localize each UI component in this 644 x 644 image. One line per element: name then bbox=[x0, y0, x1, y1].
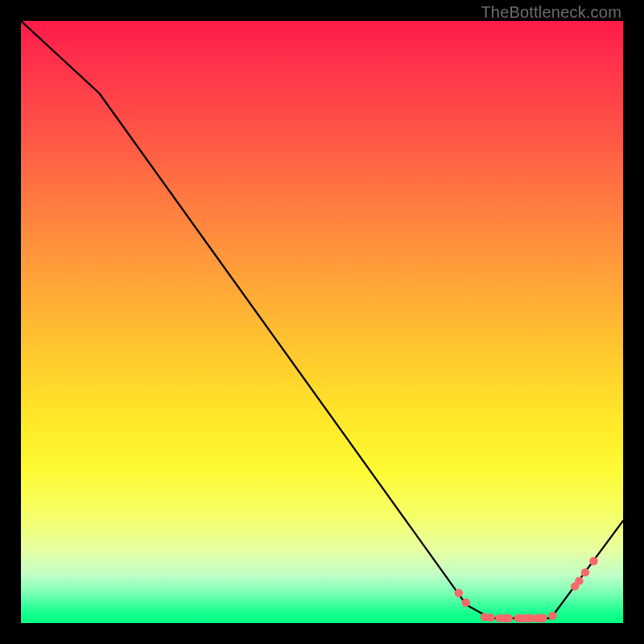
plot-area bbox=[21, 21, 623, 623]
chart-svg bbox=[21, 21, 623, 623]
marker-dot bbox=[548, 612, 556, 620]
marker-dot bbox=[462, 598, 470, 606]
marker-dot bbox=[589, 557, 597, 565]
marker-dot bbox=[486, 613, 494, 621]
marker-group bbox=[455, 557, 598, 622]
curve-line bbox=[21, 21, 623, 618]
chart-frame: TheBottleneck.com bbox=[0, 0, 644, 644]
marker-dot bbox=[539, 614, 547, 622]
marker-dot bbox=[575, 576, 583, 584]
marker-dot bbox=[455, 588, 463, 597]
marker-dot bbox=[505, 614, 513, 622]
watermark-label: TheBottleneck.com bbox=[481, 3, 621, 22]
marker-dot bbox=[581, 568, 589, 576]
